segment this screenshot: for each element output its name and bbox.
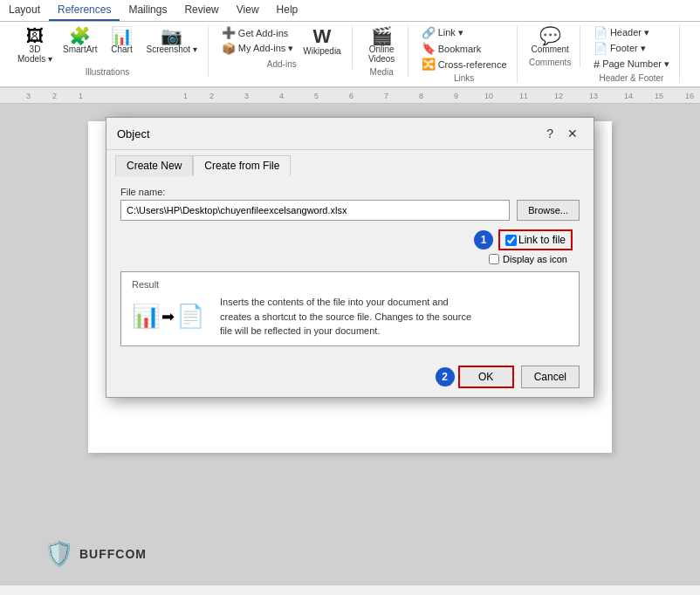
my-addins-icon: 📦 bbox=[222, 42, 236, 55]
result-content: 📊 ➡ 📄 Inserts the contents of the file i… bbox=[132, 295, 568, 339]
comments-label: Comments bbox=[529, 58, 571, 67]
media-group: 🎬 OnlineVideos Media bbox=[356, 25, 408, 77]
dialog-footer: 2 OK Cancel bbox=[106, 357, 594, 397]
get-addins-icon: ➕ bbox=[222, 26, 236, 39]
display-as-icon-row: Display as icon bbox=[489, 254, 567, 264]
header-footer-items: 📄 Header ▾ 📄 Footer ▾ # Page Number ▾ bbox=[591, 25, 672, 72]
header-footer-group: 📄 Header ▾ 📄 Footer ▾ # Page Number ▾ He… bbox=[584, 25, 680, 83]
page-number-icon: # bbox=[594, 58, 600, 71]
comment-icon: 💬 bbox=[539, 27, 561, 44]
result-icon-doc: 📄 bbox=[176, 303, 204, 330]
link-button[interactable]: 🔗 Link ▾ bbox=[419, 25, 510, 40]
ruler: 3 2 1 1 2 3 4 5 6 7 8 9 10 11 12 13 14 1… bbox=[0, 88, 700, 104]
dialog-tabs: Create New Create from File bbox=[106, 150, 594, 176]
object-dialog: Object ? ✕ Create New Create from File F… bbox=[106, 117, 594, 398]
ribbon-content: 🖼 3DModels ▾ 🧩 SmartArt 📊 Chart 📷 Screen… bbox=[0, 22, 700, 87]
media-items: 🎬 OnlineVideos bbox=[364, 25, 399, 65]
wikipedia-icon: W bbox=[313, 27, 332, 46]
smartart-button[interactable]: 🧩 SmartArt bbox=[59, 25, 100, 56]
bookmark-button[interactable]: 🔖 Bookmark bbox=[419, 41, 510, 56]
links-items: 🔗 Link ▾ 🔖 Bookmark 🔀 Cross-reference bbox=[419, 25, 510, 72]
comment-button[interactable]: 💬 Comment bbox=[528, 25, 573, 56]
ok-button[interactable]: OK bbox=[460, 367, 512, 386]
screenshot-icon: 📷 bbox=[161, 27, 182, 44]
dialog-body: File name: Browse... 1 Link to file bbox=[106, 176, 594, 357]
chart-button[interactable]: 📊 Chart bbox=[104, 25, 139, 56]
result-text: Inserts the contents of the file into yo… bbox=[220, 295, 471, 339]
smartart-icon: 🧩 bbox=[69, 27, 91, 44]
comments-group: 💬 Comment Comments bbox=[521, 25, 580, 67]
chart-icon: 📊 bbox=[111, 27, 133, 44]
dialog-title: Object bbox=[117, 127, 150, 140]
online-videos-button[interactable]: 🎬 OnlineVideos bbox=[364, 25, 399, 65]
file-name-label: File name: bbox=[120, 187, 580, 197]
addins-column: ➕ Get Add-ins 📦 My Add-ins ▾ bbox=[219, 25, 296, 56]
cross-reference-button[interactable]: 🔀 Cross-reference bbox=[419, 57, 510, 72]
main-area: Object ? ✕ Create New Create from File F… bbox=[0, 104, 700, 585]
header-icon: 📄 bbox=[594, 26, 607, 39]
browse-button[interactable]: Browse... bbox=[517, 200, 580, 221]
display-as-icon-label: Display as icon bbox=[503, 254, 567, 264]
header-button[interactable]: 📄 Header ▾ bbox=[591, 25, 672, 40]
watermark: 🛡️ BUFFCOM bbox=[44, 539, 147, 568]
illustrations-group: 🖼 3DModels ▾ 🧩 SmartArt 📊 Chart 📷 Screen… bbox=[7, 25, 209, 77]
link-to-file-highlight: Link to file bbox=[498, 229, 573, 250]
wikipedia-button[interactable]: W Wikipedia bbox=[299, 25, 344, 58]
comments-items: 💬 Comment bbox=[528, 25, 573, 56]
dialog-titlebar: Object ? ✕ bbox=[106, 118, 594, 150]
tab-help[interactable]: Help bbox=[268, 0, 307, 21]
display-as-icon-checkbox[interactable] bbox=[489, 254, 499, 264]
cancel-button[interactable]: Cancel bbox=[521, 366, 580, 388]
link-icon: 🔗 bbox=[422, 26, 436, 39]
links-group: 🔗 Link ▾ 🔖 Bookmark 🔀 Cross-reference Li… bbox=[412, 25, 518, 83]
page-number-button[interactable]: # Page Number ▾ bbox=[591, 57, 672, 72]
footer-icon: 📄 bbox=[594, 42, 607, 55]
dialog-close-button[interactable]: ✕ bbox=[562, 125, 583, 142]
illustrations-label: Illustrations bbox=[86, 67, 130, 77]
addins-label: Add-ins bbox=[267, 59, 297, 69]
online-videos-icon: 🎬 bbox=[371, 27, 393, 44]
result-icon-chart: 📊 bbox=[132, 303, 160, 330]
dialog-overlay: Object ? ✕ Create New Create from File F… bbox=[0, 104, 700, 585]
ribbon: Layout References Mailings Review View H… bbox=[0, 0, 700, 88]
step-1-circle: 1 bbox=[474, 230, 493, 250]
file-name-row: Browse... bbox=[120, 200, 580, 221]
tab-view[interactable]: View bbox=[228, 0, 268, 21]
footer-button[interactable]: 📄 Footer ▾ bbox=[591, 41, 672, 56]
my-addins-button[interactable]: 📦 My Add-ins ▾ bbox=[219, 41, 296, 56]
addins-items: ➕ Get Add-ins 📦 My Add-ins ▾ W Wikipedia bbox=[219, 25, 345, 58]
illustrations-items: 🖼 3DModels ▾ 🧩 SmartArt 📊 Chart 📷 Screen… bbox=[14, 25, 201, 65]
result-icons: 📊 ➡ 📄 bbox=[132, 303, 204, 330]
link-to-file-label: Link to file bbox=[518, 234, 566, 246]
step-2-container: 2 OK bbox=[436, 366, 514, 388]
cross-reference-icon: 🔀 bbox=[422, 58, 436, 71]
ok-highlight: OK bbox=[458, 366, 514, 388]
result-section: Result 📊 ➡ 📄 Inserts the contents of the… bbox=[120, 271, 580, 346]
watermark-logo-icon: 🛡️ bbox=[44, 539, 74, 568]
tab-review[interactable]: Review bbox=[175, 0, 227, 21]
dialog-controls: ? ✕ bbox=[541, 125, 583, 142]
tab-mailings[interactable]: Mailings bbox=[120, 0, 175, 21]
file-name-input[interactable] bbox=[120, 200, 510, 221]
file-name-field: File name: Browse... bbox=[120, 187, 580, 221]
step-2-circle: 2 bbox=[436, 367, 455, 386]
header-footer-label: Header & Footer bbox=[600, 73, 664, 83]
addins-group: ➕ Get Add-ins 📦 My Add-ins ▾ W Wikipedia… bbox=[212, 25, 353, 69]
watermark-text: BUFFCOM bbox=[79, 547, 147, 561]
media-label: Media bbox=[370, 67, 394, 77]
tab-create-from-file[interactable]: Create from File bbox=[193, 155, 291, 176]
tab-references[interactable]: References bbox=[49, 0, 120, 21]
result-title: Result bbox=[132, 279, 568, 290]
tab-layout[interactable]: Layout bbox=[0, 0, 49, 21]
bookmark-icon: 🔖 bbox=[422, 42, 436, 55]
get-addins-button[interactable]: ➕ Get Add-ins bbox=[219, 25, 296, 40]
links-label: Links bbox=[454, 73, 474, 83]
3d-models-button[interactable]: 🖼 3DModels ▾ bbox=[14, 25, 56, 65]
dialog-help-button[interactable]: ? bbox=[541, 125, 559, 142]
result-icon-arrow: ➡ bbox=[161, 307, 175, 326]
ribbon-tabs: Layout References Mailings Review View H… bbox=[0, 0, 700, 22]
3d-models-icon: 🖼 bbox=[26, 27, 44, 44]
tab-create-new[interactable]: Create New bbox=[115, 155, 193, 176]
screenshot-button[interactable]: 📷 Screenshot ▾ bbox=[142, 25, 200, 56]
link-to-file-checkbox[interactable] bbox=[505, 235, 517, 246]
